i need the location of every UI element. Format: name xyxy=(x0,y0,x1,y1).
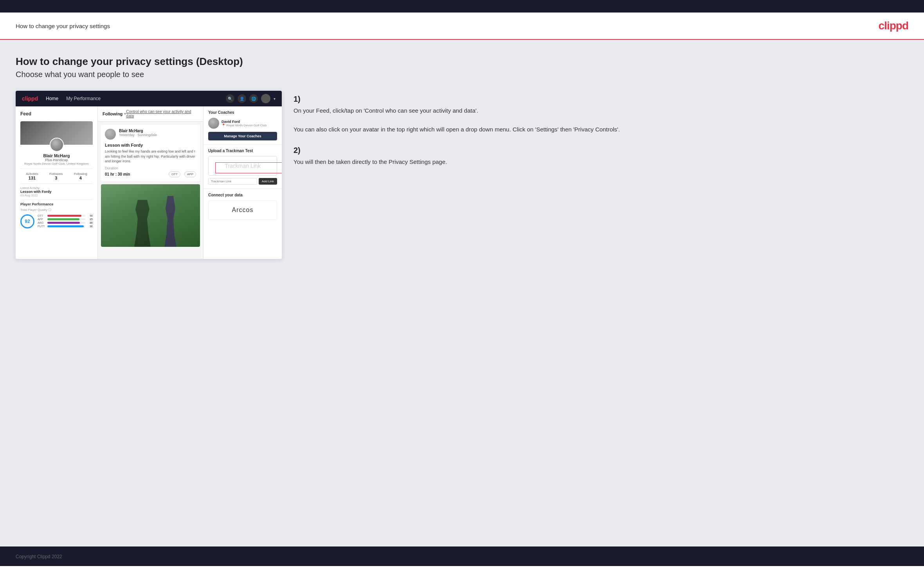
inst-num-1: 1) xyxy=(294,95,908,104)
control-privacy-link[interactable]: Control who can see your activity and da… xyxy=(126,110,198,118)
coach-info: David Ford 📍 Royal North Devon Golf Club xyxy=(222,120,267,127)
la-value: Lesson with Fordy xyxy=(20,190,93,194)
arccos-logo: Arccos xyxy=(232,207,254,214)
feed-header: Following ▾ Control who can see your act… xyxy=(98,106,203,122)
pp-sub: Total Player Quality ⓘ xyxy=(20,208,93,212)
stat-value-activities: 131 xyxy=(26,176,38,180)
connect-title: Connect your data xyxy=(208,193,277,197)
bar-arg: ARG 86 xyxy=(38,221,93,224)
logo: clippd xyxy=(879,20,908,32)
add-link-button[interactable]: Add Link xyxy=(259,178,277,185)
app-logo: clippd xyxy=(22,95,38,102)
trackman-placeholder: Trackman Link xyxy=(225,163,260,169)
post-header: Blair McHarg Yesterday · Sunningdale xyxy=(105,129,196,140)
coach-row: David Ford 📍 Royal North Devon Golf Club xyxy=(208,118,277,129)
coach-avatar xyxy=(208,118,219,129)
coach-club-name: Royal North Devon Golf Club xyxy=(226,124,267,127)
bar-putt: PUTT 96 xyxy=(38,225,93,228)
top-bar xyxy=(0,0,924,13)
trackman-link-input[interactable] xyxy=(208,178,257,185)
trackman-box: Trackman Link xyxy=(208,156,277,176)
trackman-section: Upload a Trackman Test Trackman Link Add… xyxy=(204,145,282,189)
tpq-row: 92 OTT 90 APP xyxy=(20,214,93,228)
footer-copyright: Copyright Clippd 2022 xyxy=(16,554,62,559)
golfer-silhouette-1 xyxy=(131,200,154,247)
bar-track-putt xyxy=(47,225,85,227)
app-nav: clippd Home My Performance 🔍 👤 🌐 ▾ xyxy=(16,91,282,106)
stat-label-followers: Followers xyxy=(49,172,63,176)
nav-icons: 🔍 👤 🌐 ▾ xyxy=(226,94,276,103)
tpq-bars: OTT 90 APP xyxy=(38,214,93,228)
app-body: Feed Blair McHarg Plus Handicap Royal No… xyxy=(16,106,282,259)
globe-icon[interactable]: 🌐 xyxy=(249,94,258,103)
nav-avatar[interactable] xyxy=(261,94,270,103)
instruction-1: 1) On your Feed, click/tap on 'Control w… xyxy=(294,95,908,134)
inst-text-2: You will then be taken directly to the P… xyxy=(294,157,908,167)
bar-value-arg: 86 xyxy=(86,221,93,224)
golfer-silhouette-2 xyxy=(160,196,180,247)
tpq-score: 92 xyxy=(20,214,34,228)
tag-app: APP xyxy=(184,171,196,177)
bar-label-app: APP xyxy=(38,218,46,221)
trackman-input-row: Add Link xyxy=(208,178,277,185)
footer: Copyright Clippd 2022 xyxy=(0,546,924,566)
bar-label-ott: OTT xyxy=(38,214,46,217)
following-button[interactable]: Following ▾ xyxy=(103,111,126,116)
post-meta: Blair McHarg Yesterday · Sunningdale xyxy=(119,129,196,137)
bar-value-app: 85 xyxy=(86,218,93,221)
arccos-box: Arccos xyxy=(208,200,277,220)
header-title: How to change your privacy settings xyxy=(16,23,110,29)
post-avatar xyxy=(105,129,116,140)
bar-ott: OTT 90 xyxy=(38,214,93,217)
profile-club: Royal North Devon Golf Club, United King… xyxy=(22,162,91,165)
coaches-section: Your Coaches David Ford 📍 Royal North De… xyxy=(204,106,282,145)
stat-following: Following 4 xyxy=(74,172,87,180)
stat-label-activities: Activities xyxy=(26,172,38,176)
nav-chevron: ▾ xyxy=(274,97,276,101)
bar-track-app xyxy=(47,218,85,220)
app-sidebar: Feed Blair McHarg Plus Handicap Royal No… xyxy=(16,106,98,259)
post-location: Yesterday · Sunningdale xyxy=(119,133,196,137)
person-icon[interactable]: 👤 xyxy=(238,94,246,103)
stat-value-following: 4 xyxy=(74,176,87,180)
bar-fill-arg xyxy=(47,222,80,224)
latest-activity: Latest Activity Lesson with Fordy 03 Aug… xyxy=(20,184,93,200)
feed-image xyxy=(101,184,200,247)
profile-avatar xyxy=(50,138,64,152)
stat-label-following: Following xyxy=(74,172,87,176)
app-feed: Following ▾ Control who can see your act… xyxy=(98,106,204,259)
player-performance: Player Performance Total Player Quality … xyxy=(20,200,93,231)
inst-text-1: On your Feed, click/tap on 'Control who … xyxy=(294,106,908,134)
search-icon[interactable]: 🔍 xyxy=(226,94,234,103)
profile-stats: Activities 131 Followers 3 Following 4 xyxy=(20,169,93,184)
coaches-title: Your Coaches xyxy=(208,110,277,115)
profile-cover xyxy=(20,121,93,145)
header: How to change your privacy settings clip… xyxy=(0,13,924,40)
bar-fill-app xyxy=(47,218,79,220)
bar-value-ott: 90 xyxy=(86,214,93,217)
nav-link-performance[interactable]: My Performance xyxy=(66,96,101,101)
instructions: 1) On your Feed, click/tap on 'Control w… xyxy=(294,91,908,182)
feed-post: Blair McHarg Yesterday · Sunningdale Les… xyxy=(101,125,200,181)
app-mockup: clippd Home My Performance 🔍 👤 🌐 ▾ Feed xyxy=(16,91,282,259)
bar-label-putt: PUTT xyxy=(38,225,46,228)
instruction-2: 2) You will then be taken directly to th… xyxy=(294,146,908,167)
page-heading: How to change your privacy settings (Des… xyxy=(16,56,908,68)
tag-ott: OTT xyxy=(169,171,180,177)
bar-track-arg xyxy=(47,222,85,224)
bar-fill-putt xyxy=(47,225,84,227)
stat-followers: Followers 3 xyxy=(49,172,63,180)
bar-track-ott xyxy=(47,215,85,217)
la-label: Latest Activity xyxy=(20,186,93,190)
location-icon: 📍 xyxy=(222,124,225,127)
coach-name: David Ford xyxy=(222,120,267,124)
duration-row: Duration xyxy=(105,166,196,170)
coach-club: 📍 Royal North Devon Golf Club xyxy=(222,124,267,127)
bar-label-arg: ARG xyxy=(38,221,46,224)
profile-name: Blair McHarg xyxy=(22,153,91,158)
manage-coaches-button[interactable]: Manage Your Coaches xyxy=(208,132,277,140)
post-author-name: Blair McHarg xyxy=(119,129,196,133)
connect-section: Connect your data Arccos xyxy=(204,189,282,224)
main-content: How to change your privacy settings (Des… xyxy=(0,40,924,546)
nav-link-home[interactable]: Home xyxy=(46,96,58,101)
